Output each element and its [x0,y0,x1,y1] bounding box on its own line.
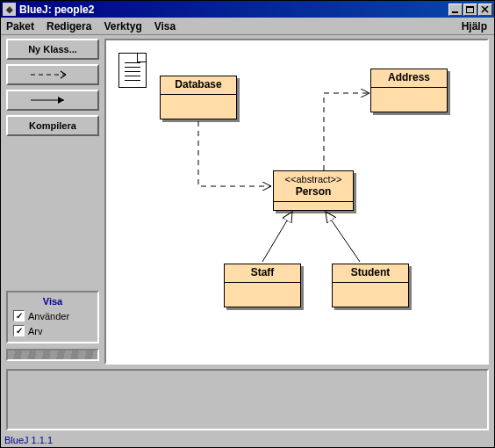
readme-note-icon[interactable] [118,53,147,88]
check-icon [13,325,25,336]
sidebar: Ny Klass... Kompilera Visa Använder [6,39,99,365]
inherits-label: Arv [28,326,43,336]
class-student[interactable]: Student [332,264,409,307]
window-title: BlueJ: people2 [19,4,448,16]
new-class-button[interactable]: Ny Klass... [6,39,99,60]
compile-button[interactable]: Kompilera [6,115,99,136]
titlebar[interactable]: ◆ BlueJ: people2 [1,1,494,18]
uses-checkbox-row[interactable]: Använder [13,310,92,322]
menu-verktyg[interactable]: Verktyg [104,20,141,33]
bluej-window: ◆ BlueJ: people2 Paket Redigera Verktyg … [0,0,495,448]
class-database[interactable]: Database [160,76,237,119]
uses-label: Använder [28,311,69,322]
maximize-button[interactable] [463,4,477,16]
class-name: Student [351,266,391,278]
inherits-checkbox-row[interactable]: Arv [13,325,92,336]
visa-title: Visa [13,296,92,307]
window-controls [448,4,492,16]
close-button[interactable] [478,4,492,16]
minimize-button[interactable] [448,4,463,16]
progress-bar [6,349,99,361]
class-name: Database [175,78,221,90]
class-staff[interactable]: Staff [224,264,301,307]
uses-arrow-button[interactable] [6,64,99,85]
class-name: Staff [251,266,275,278]
menubar: Paket Redigera Verktyg Visa Hjälp [1,18,494,35]
visa-panel: Visa Använder Arv [6,291,99,343]
svg-rect-2 [466,6,474,8]
class-name: Person [296,185,332,198]
menu-visa[interactable]: Visa [154,20,176,33]
object-bench[interactable] [6,369,489,430]
app-icon: ◆ [3,3,16,16]
class-address[interactable]: Address [370,69,448,112]
version-footer: BlueJ 1.1.1 [1,432,494,447]
class-name: Address [388,71,430,83]
class-person[interactable]: <<abstract>> Person [273,170,354,211]
menu-paket[interactable]: Paket [6,20,34,33]
extends-arrow-button[interactable] [6,90,99,111]
check-icon [13,310,25,322]
menu-help[interactable]: Hjälp [462,20,487,33]
svg-rect-0 [452,11,458,13]
class-diagram[interactable]: Database Address <<abstract>> Person Sta… [104,39,489,365]
menu-redigera[interactable]: Redigera [47,20,91,33]
client-area: Ny Klass... Kompilera Visa Använder [1,35,494,432]
class-stereotype: <<abstract>> [285,174,342,184]
